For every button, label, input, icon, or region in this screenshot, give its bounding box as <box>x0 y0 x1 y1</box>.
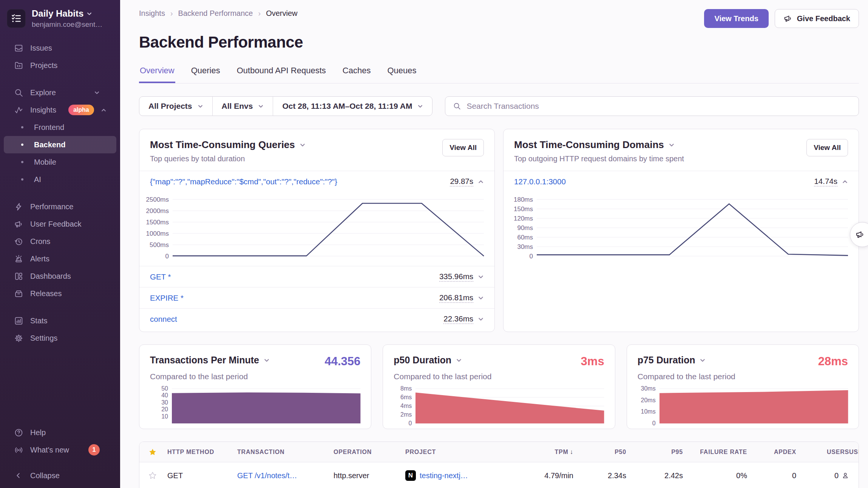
date-range-label: Oct 28, 11:13 AM–Oct 28, 11:19 AM <box>282 102 412 111</box>
sidebar-item-label: Mobile <box>34 158 56 167</box>
breadcrumb-backend-performance[interactable]: Backend Performance <box>178 9 253 18</box>
sidebar-item-help[interactable]: Help <box>4 424 116 441</box>
column-header-http-method[interactable]: HTTP METHOD <box>167 449 237 456</box>
sidebar-item-whats-new[interactable]: What's new 1 <box>4 441 116 459</box>
axis-tick-label: 60ms <box>517 234 533 241</box>
tpm-card-title[interactable]: Transactions Per Minute <box>150 355 270 366</box>
sidebar-item-issues[interactable]: Issues <box>4 39 116 57</box>
sidebar-item-alerts[interactable]: Alerts <box>4 250 116 267</box>
sidebar-item-performance[interactable]: Performance <box>4 198 116 215</box>
sidebar-item-label: Settings <box>30 334 57 343</box>
siren-icon <box>14 254 23 264</box>
org-switcher[interactable]: Daily Habits benjamin.coe@sent… <box>0 8 120 29</box>
date-range-filter[interactable]: Oct 28, 11:13 AM–Oct 28, 11:19 AM <box>273 97 432 116</box>
column-header-tpm[interactable]: TPM↓ <box>498 448 573 456</box>
tab-queues[interactable]: Queues <box>386 66 417 83</box>
sidebar-item-crons[interactable]: Crons <box>4 233 116 250</box>
axis-tick-label: 50 <box>161 386 168 392</box>
sidebar-item-user-feedback[interactable]: User Feedback <box>4 215 116 233</box>
sidebar: Daily Habits benjamin.coe@sent… Issues P… <box>0 0 120 488</box>
sidebar-item-frontend[interactable]: Frontend <box>4 119 116 136</box>
domain-link[interactable]: 127.0.0.1:3000 <box>514 177 566 186</box>
column-header-apdex[interactable]: APDEX <box>747 449 796 456</box>
sidebar-item-label: Alerts <box>30 255 49 263</box>
domains-panel-title-label: Most Time-Consuming Domains <box>514 139 664 151</box>
project-filter[interactable]: All Projects <box>139 97 212 116</box>
query-link[interactable]: EXPIRE * <box>150 293 184 303</box>
sidebar-item-stats[interactable]: Stats <box>4 312 116 329</box>
p50-title-label: p50 Duration <box>394 355 451 366</box>
sidebar-item-label: Dashboards <box>30 272 71 281</box>
tab-overview[interactable]: Overview <box>139 66 175 83</box>
domains-view-all-button[interactable]: View All <box>806 139 848 156</box>
column-header-user-misery[interactable]: USER MISERY <box>849 449 859 456</box>
star-column-header-icon[interactable] <box>148 448 167 456</box>
chevron-down-icon[interactable] <box>478 274 484 280</box>
p75-card-title[interactable]: p75 Duration <box>638 355 706 366</box>
query-duration: 206.81ms <box>439 293 473 303</box>
tab-queries[interactable]: Queries <box>190 66 221 83</box>
p50-card-title[interactable]: p50 Duration <box>394 355 462 366</box>
give-feedback-button[interactable]: Give Feedback <box>775 9 859 28</box>
give-feedback-label: Give Feedback <box>797 14 850 23</box>
chevron-up-icon[interactable] <box>478 179 484 185</box>
column-header-transaction[interactable]: TRANSACTION <box>237 449 334 456</box>
lightning-icon <box>14 202 23 212</box>
sidebar-item-label: AI <box>34 175 41 184</box>
chevron-down-icon <box>300 142 306 148</box>
column-header-p50[interactable]: P50 <box>573 449 626 456</box>
project-link[interactable]: testing-nextj… <box>420 471 468 480</box>
star-outline-icon[interactable] <box>148 471 167 480</box>
environment-filter[interactable]: All Envs <box>212 97 273 116</box>
insights-icon <box>14 105 23 115</box>
bar-chart-icon <box>14 316 23 326</box>
sidebar-item-projects[interactable]: Projects <box>4 57 116 74</box>
chevron-down-icon[interactable] <box>478 295 484 301</box>
tab-outbound-api-requests[interactable]: Outbound API Requests <box>236 66 327 83</box>
tpm-title-label: Transactions Per Minute <box>150 355 259 366</box>
query-link[interactable]: connect <box>150 315 177 324</box>
queries-view-all-button[interactable]: View All <box>442 139 484 156</box>
checklist-icon <box>11 13 22 24</box>
sidebar-item-dashboards[interactable]: Dashboards <box>4 267 116 285</box>
query-row: connect 22.36ms <box>139 308 494 329</box>
sidebar-item-insights[interactable]: Insights alpha <box>4 101 116 119</box>
cell-transaction-link[interactable]: GET /v1/notes/t… <box>237 471 334 480</box>
sidebar-item-label: Crons <box>30 237 50 246</box>
tpm-subtitle: Compared to the last period <box>150 372 360 381</box>
sidebar-collapse-button[interactable]: Collapse <box>4 467 116 484</box>
column-header-operation[interactable]: OPERATION <box>334 449 405 456</box>
chevron-up-icon[interactable] <box>842 179 848 185</box>
query-link[interactable]: GET * <box>150 272 171 281</box>
cell-project: N testing-nextj… <box>405 470 498 481</box>
column-header-project[interactable]: PROJECT <box>405 449 498 456</box>
chevron-up-icon <box>101 107 107 113</box>
domains-panel-title[interactable]: Most Time-Consuming Domains <box>514 139 684 151</box>
domains-panel-subtitle: Top outgoing HTTP request domains by tim… <box>514 154 684 163</box>
sidebar-item-ai[interactable]: AI <box>4 171 116 188</box>
column-header-users[interactable]: USERS <box>796 449 849 456</box>
sidebar-item-label: Issues <box>30 44 52 53</box>
query-link[interactable]: {"map":"?","mapReduce":"$cmd","out":"?",… <box>150 177 337 186</box>
chevron-down-icon[interactable] <box>478 316 484 322</box>
column-header-failure-rate[interactable]: FAILURE RATE <box>683 449 747 456</box>
column-header-p95[interactable]: P95 <box>626 449 683 456</box>
search-transactions-input[interactable] <box>466 102 851 111</box>
axis-tick-label: 150ms <box>514 206 533 212</box>
sidebar-item-releases[interactable]: Releases <box>4 285 116 302</box>
breadcrumb-insights[interactable]: Insights <box>139 9 165 18</box>
sidebar-item-settings[interactable]: Settings <box>4 329 116 347</box>
sidebar-item-explore[interactable]: Explore <box>4 84 116 101</box>
sidebar-item-backend[interactable]: Backend <box>4 136 116 153</box>
axis-tick-label: 6ms <box>400 394 412 400</box>
cell-p50: 2.34s <box>573 471 626 480</box>
p75-chart: 30ms20ms10ms0 <box>638 389 848 423</box>
project-filter-label: All Projects <box>148 102 192 111</box>
queries-panel-title[interactable]: Most Time-Consuming Queries <box>150 139 306 151</box>
table-row: GET GET /v1/notes/t… http.server N testi… <box>139 462 859 488</box>
chevron-down-icon <box>417 103 423 109</box>
view-trends-button[interactable]: View Trends <box>704 9 768 28</box>
bullet-icon <box>21 126 23 128</box>
sidebar-item-mobile[interactable]: Mobile <box>4 153 116 171</box>
tab-caches[interactable]: Caches <box>342 66 372 83</box>
